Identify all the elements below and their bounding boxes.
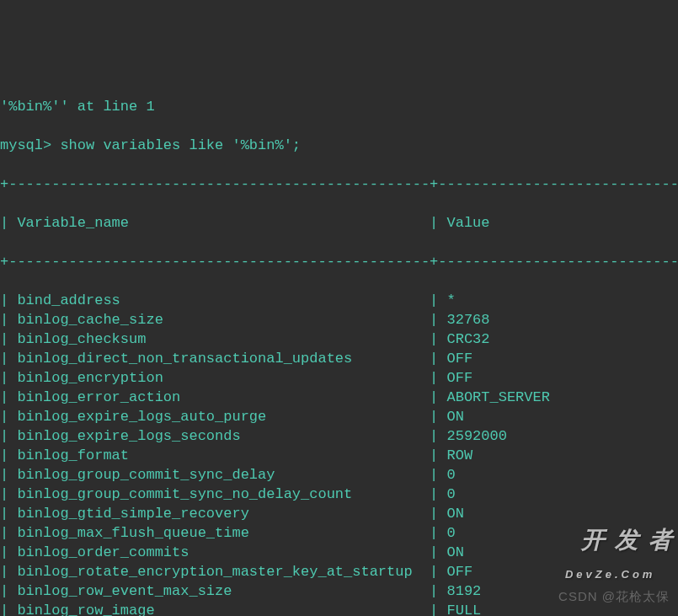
table-row: | bind_address | * |	[0, 291, 678, 310]
table-header-row: | Variable_name | Value |	[0, 213, 678, 233]
table-row: | binlog_group_commit_sync_delay | 0 |	[0, 465, 678, 485]
watermark-dev-main: 开 发 者	[581, 527, 674, 553]
table-row: | binlog_encryption | OFF |	[0, 368, 678, 388]
table-row: | binlog_format | ROW |	[0, 446, 678, 465]
error-line: '%bin%'' at line 1	[0, 97, 678, 116]
table-separator-mid: +---------------------------------------…	[0, 252, 678, 271]
table-row: | binlog_checksum | CRC32 |	[0, 329, 678, 349]
table-row: | binlog_error_action | ABORT_SERVER |	[0, 388, 678, 407]
watermark-csdn: CSDN @花枪太保	[558, 587, 670, 606]
table-row: | binlog_direct_non_transactional_update…	[0, 349, 678, 368]
watermark-dev-sub: DevZe.Com	[565, 565, 674, 584]
table-row: | binlog_expire_logs_auto_purge | ON |	[0, 407, 678, 426]
table-row: | binlog_cache_size | 32768 |	[0, 310, 678, 329]
sql-prompt-line: mysql> show variables like '%bin%';	[0, 136, 678, 155]
table-row: | binlog_group_commit_sync_no_delay_coun…	[0, 485, 678, 504]
table-row: | binlog_expire_logs_seconds | 2592000 |	[0, 426, 678, 446]
table-separator-top: +---------------------------------------…	[0, 174, 678, 194]
